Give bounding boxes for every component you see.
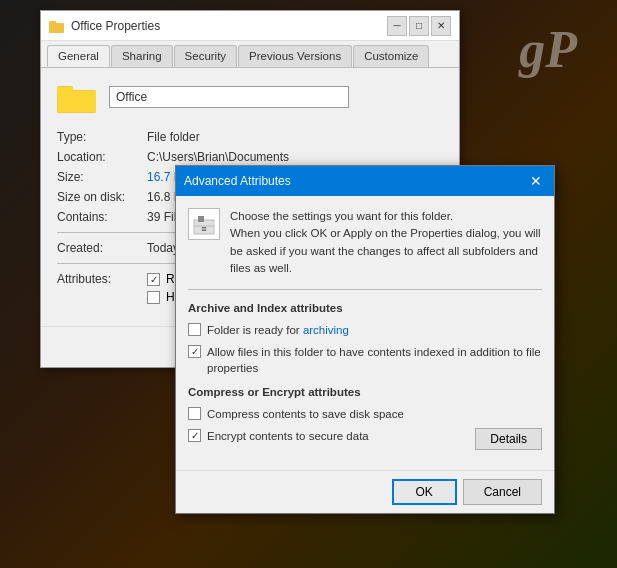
desc-icon: ≡: [188, 208, 220, 240]
archive-item-2-row: Allow files in this folder to have conte…: [188, 344, 542, 376]
type-value: File folder: [147, 130, 200, 144]
readonly-checkbox[interactable]: [147, 273, 160, 286]
svg-rect-0: [49, 23, 64, 33]
folder-header: [57, 80, 443, 114]
tab-sharing[interactable]: Sharing: [111, 45, 173, 67]
folder-icon: [57, 80, 97, 114]
office-properties-title: Office Properties: [71, 19, 160, 33]
compress-section-label: Compress or Encrypt attributes: [188, 386, 542, 398]
encrypt-label: Encrypt contents to secure data: [207, 428, 369, 444]
hidden-checkbox[interactable]: [147, 291, 160, 304]
dialog-cancel-button[interactable]: Cancel: [463, 479, 542, 505]
location-value: C:\Users\Brian\Documents: [147, 150, 289, 164]
info-icon: ≡: [192, 212, 216, 236]
tabs-bar: General Sharing Security Previous Versio…: [41, 41, 459, 68]
dialog-titlebar: Advanced Attributes ✕: [176, 166, 554, 196]
contains-label: Contains:: [57, 210, 147, 224]
svg-text:≡: ≡: [201, 224, 206, 234]
compress-section: Compress or Encrypt attributes Compress …: [188, 386, 542, 450]
maximize-button[interactable]: □: [409, 16, 429, 36]
location-label: Location:: [57, 150, 147, 164]
description-box: ≡ Choose the settings you want for this …: [188, 208, 542, 290]
archive-label-2: Allow files in this folder to have conte…: [207, 344, 542, 376]
dialog-content: ≡ Choose the settings you want for this …: [176, 196, 554, 462]
dialog-ok-button[interactable]: OK: [392, 479, 457, 505]
size-label: Size:: [57, 170, 147, 184]
compress-item-1-row: Compress contents to save disk space: [188, 406, 542, 422]
archive-checkbox-1[interactable]: [188, 323, 201, 336]
watermark: gP: [519, 20, 577, 79]
office-properties-titlebar: Office Properties ─ □ ✕: [41, 11, 459, 41]
advanced-attributes-dialog: Advanced Attributes ✕ ≡ Choose the setti…: [175, 165, 555, 514]
svg-rect-5: [58, 91, 96, 112]
tab-general[interactable]: General: [47, 45, 110, 67]
created-label: Created:: [57, 241, 147, 255]
dialog-close-button[interactable]: ✕: [526, 171, 546, 191]
description-text: Choose the settings you want for this fo…: [230, 208, 542, 277]
window-controls: ─ □ ✕: [387, 16, 451, 36]
archive-item-1-row: Folder is ready for archiving: [188, 322, 542, 338]
type-label: Type:: [57, 130, 147, 144]
folder-name-input[interactable]: [109, 86, 349, 108]
location-row: Location: C:\Users\Brian\Documents: [57, 150, 443, 164]
close-button[interactable]: ✕: [431, 16, 451, 36]
svg-rect-6: [57, 87, 73, 92]
svg-rect-8: [198, 216, 204, 222]
type-row: Type: File folder: [57, 130, 443, 144]
archive-checkbox-2[interactable]: [188, 345, 201, 358]
tab-security[interactable]: Security: [174, 45, 238, 67]
details-button[interactable]: Details: [475, 428, 542, 450]
tab-previous-versions[interactable]: Previous Versions: [238, 45, 352, 67]
tab-customize[interactable]: Customize: [353, 45, 429, 67]
title-folder-icon: [49, 18, 65, 34]
archive-label-1: Folder is ready for archiving: [207, 322, 349, 338]
archive-section: Archive and Index attributes Folder is r…: [188, 302, 542, 376]
encrypt-row: Encrypt contents to secure data Details: [188, 428, 542, 450]
size-on-disk-label: Size on disk:: [57, 190, 147, 204]
attributes-label: Attributes:: [57, 272, 147, 308]
compress-label-1: Compress contents to save disk space: [207, 406, 404, 422]
compress-checkbox-1[interactable]: [188, 407, 201, 420]
archive-section-label: Archive and Index attributes: [188, 302, 542, 314]
compress-item-2-row: Encrypt contents to secure data: [188, 428, 475, 444]
svg-rect-1: [49, 21, 56, 24]
dialog-footer: OK Cancel: [176, 470, 554, 513]
dialog-title: Advanced Attributes: [184, 174, 291, 188]
minimize-button[interactable]: ─: [387, 16, 407, 36]
encrypt-checkbox[interactable]: [188, 429, 201, 442]
